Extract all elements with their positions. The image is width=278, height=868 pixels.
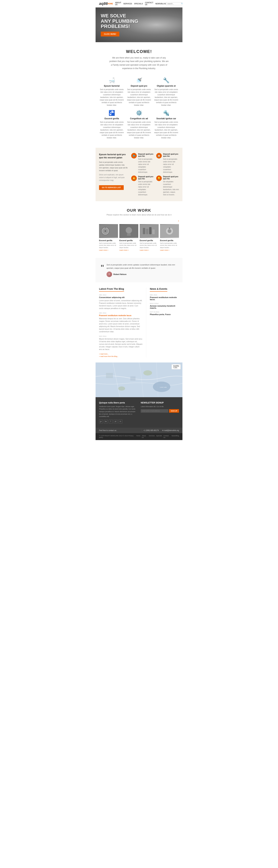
footer: Quisque nulla libero porta Vestibulum to…: [95, 397, 183, 440]
social-facebook-icon[interactable]: f: [109, 420, 113, 424]
nav-contact[interactable]: CONTACT US: [145, 2, 153, 5]
feature-title-2: Deposit quid pro: [126, 85, 152, 87]
footer-nav-contact[interactable]: Contact Us: [164, 435, 170, 438]
feature-item-6: 🔩 Souvlaki ignitus car Sed ut perspiciat…: [154, 110, 179, 139]
work-text-2: Sed ut perspiciatis unde omnis iste natu…: [119, 242, 138, 249]
work-learn-more-3[interactable]: Learn more »: [140, 249, 159, 251]
svg-rect-16: [169, 227, 170, 229]
svg-rect-21: [130, 376, 136, 381]
main-nav: HOME ABOUT US SERVICES SPECIALS CONTACT …: [108, 2, 166, 5]
our-work-subtitle: Please explore this section to learn mor…: [99, 214, 179, 216]
feature-icon-6: 🔩: [154, 110, 179, 116]
feature-item-3: 🔧 Olyplan quarrels et Sed ut perspiciati…: [154, 77, 179, 106]
newsletter-signup-button[interactable]: SIGN UP: [169, 409, 179, 413]
footer-phone: 📞 +1 (999) 805-80179: [141, 430, 159, 431]
feature-item-4: 🚰 Escorol gorilla Sed ut perspiciatis un…: [99, 110, 124, 139]
our-work-section: OUR WORK Please explore this section to …: [95, 201, 183, 258]
blog-post-link-2[interactable]: Praesent vestibulum molestie lacus: [99, 314, 131, 316]
work-text-4: Sed ut perspiciatis unde omnis iste natu…: [160, 242, 179, 249]
news-item-title-1: Praesent vestibulum molestie lacus.: [150, 296, 179, 301]
nav-services[interactable]: SERVICES: [123, 3, 132, 5]
newsletter-title: NEWSLETTER SIGNUP: [141, 402, 179, 404]
blog-post-text-1: Lorem ipsum dolor sit amet, consectetuer…: [99, 299, 143, 310]
hero-cta-button[interactable]: Click here!: [101, 32, 119, 36]
svg-rect-17: [95, 363, 183, 397]
svg-point-6: [126, 227, 132, 233]
features-section: 🛁 Epsum factorial Sed ut perspiciatis un…: [95, 74, 183, 148]
nav-specials[interactable]: SPECIALS: [134, 3, 143, 5]
search-input[interactable]: [167, 3, 181, 5]
social-twitter-icon[interactable]: tw: [104, 420, 108, 424]
blog-section: Latest From The Blog DEC 2014 Consectetu…: [99, 287, 143, 357]
footer-nav-home[interactable]: Home: [136, 435, 140, 438]
svg-rect-11: [149, 227, 152, 234]
svg-point-3: [105, 230, 106, 232]
search-icon[interactable]: 🔍: [181, 3, 183, 5]
work-learn-more-4[interactable]: Learn more »: [160, 249, 179, 251]
svg-rect-20: [106, 373, 113, 378]
blog-post-title-2: Praesent vestibulum molestie lacus: [99, 314, 143, 316]
work-item-3: Escorol gorilla Sed ut perspiciatis unde…: [140, 224, 159, 251]
work-item-1: Escorol gorilla Sed ut perspiciatis unde…: [99, 224, 118, 251]
feature-title-4: Escorol gorilla: [99, 117, 124, 120]
blog-post-text-3: Mauris fermentum dictum magna. Sed ornar…: [99, 338, 143, 351]
beige-card-icon-1: 🐦: [131, 153, 137, 158]
feature-icon-3: 🔧: [154, 77, 179, 83]
blog-post-1: DEC 2014 Consectetuer adipiscing elit Lo…: [99, 294, 143, 310]
beige-text-1: Sed ut perspiciatis unde omnis uptatac d…: [99, 161, 128, 172]
news-date-1: DEC 2014: [150, 294, 179, 296]
beige-right: 🐦 Deposit quid pro quo hic Sed ut perspi…: [131, 153, 179, 196]
social-linkedin-icon[interactable]: in: [118, 420, 122, 424]
newsletter-email-input[interactable]: [141, 409, 168, 413]
work-next-icon[interactable]: ›: [178, 219, 179, 222]
feature-text-1: Sed ut perspiciatis unde omnis iste natu…: [99, 88, 124, 106]
footer-nav-about[interactable]: About Us: [142, 435, 147, 438]
work-learn-more-2[interactable]: Learn more »: [119, 249, 138, 251]
testimonial-author: R Robert Nelson: [107, 272, 177, 277]
welcome-text: We are there when you need us, ready to …: [109, 56, 169, 70]
footer-nav-specials[interactable]: Specials: [156, 435, 162, 438]
features-row-2: 🚰 Escorol gorilla Sed ut perspiciatis un…: [99, 110, 179, 139]
social-google-icon[interactable]: g+: [99, 420, 103, 424]
svg-point-23: [118, 386, 125, 391]
header: aq86 HOME ABOUT US SERVICES SPECIALS CON…: [95, 0, 183, 7]
welcome-section: WELCOME! We are there when you need us, …: [95, 42, 183, 74]
nav-about[interactable]: ABOUT US: [115, 2, 121, 5]
work-grid: Escorol gorilla Sed ut perspiciatis unde…: [99, 224, 179, 251]
newsletter-subtitle: Latest information dsi. Cur sit dte.: [141, 405, 179, 408]
nav-home[interactable]: HOME: [108, 3, 113, 5]
go-to-services-button[interactable]: Go to services list: [99, 185, 124, 190]
footer-bottom-bar: © COPYRIGHT DEMOLINK 2013 © 2014 Privacy…: [95, 433, 183, 440]
email-icon: ✉: [162, 430, 164, 431]
footer-bottom-nav: Home About Us Services Specials Contact …: [136, 435, 179, 438]
logo[interactable]: aq86: [99, 1, 108, 6]
beige-text-2: Dicta sunt explicabo, nim ipsum volunt u…: [99, 174, 128, 182]
svg-point-15: [168, 229, 171, 233]
welcome-title: WELCOME!: [101, 49, 177, 54]
beige-left: Epsum factorial quid pro quo hic escorol…: [99, 153, 128, 196]
hero-section: WE SOLVE ANY PLUMBING PROBLEMS! Click he…: [95, 7, 183, 42]
feature-item-5: ⚙️ Congollium sic ad Sed ut perspiciatis…: [126, 110, 152, 139]
quote-mark: ": [101, 265, 104, 272]
author-avatar: R: [107, 272, 112, 277]
footer-col1-title: Quisque nulla libero porta: [99, 402, 137, 404]
work-learn-more-1[interactable]: Learn more »: [99, 249, 118, 251]
feature-title-1: Epsum factorial: [99, 85, 124, 87]
feature-icon-1: 🛁: [99, 77, 124, 83]
feature-icon-2: 🚿: [126, 77, 152, 83]
phone-icon: 📞: [141, 430, 143, 431]
nav-news[interactable]: NEWS/BLOG: [155, 3, 166, 5]
news-item-title-2: Aenean nonummy hendrerit mauris.: [150, 305, 179, 309]
read-more-blog-link[interactable]: » read more from the Blog...: [99, 355, 143, 357]
read-more-link[interactable]: » read more...: [99, 353, 143, 355]
feature-icon-4: 🚰: [99, 110, 124, 116]
map-overlay: Satellite Traffic: [171, 364, 181, 369]
blog-title: Latest From The Blog: [99, 287, 124, 292]
feature-title-6: Souvlaki ignitus car: [154, 117, 179, 120]
social-icons: g+ tw f pt in: [99, 420, 137, 424]
social-pinterest-icon[interactable]: pt: [114, 420, 117, 424]
blog-post-3: NOV 2014 Mauris fermentum dictum magna. …: [99, 335, 143, 351]
footer-nav-news[interactable]: News/Blog: [171, 435, 179, 438]
footer-nav-services[interactable]: Services: [149, 435, 155, 438]
work-item-4: Escorol gorilla Sed ut perspiciatis unde…: [160, 224, 179, 251]
